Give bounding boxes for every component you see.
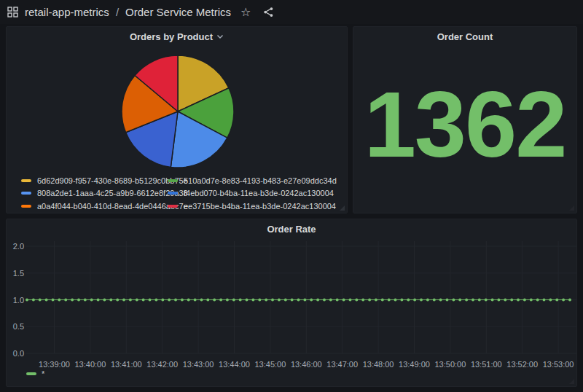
series-point[interactable] [536, 299, 539, 302]
series-point[interactable] [407, 299, 410, 302]
series-point[interactable] [168, 299, 171, 302]
series-point[interactable] [161, 299, 164, 302]
series-point[interactable] [213, 299, 216, 302]
series-point[interactable] [97, 299, 100, 302]
series-point[interactable] [206, 299, 209, 302]
series-point[interactable] [136, 299, 138, 302]
series-point[interactable] [478, 299, 481, 302]
series-point[interactable] [246, 299, 249, 302]
panel-resize-handle[interactable] [569, 205, 574, 211]
series-point[interactable] [303, 299, 306, 302]
series-point[interactable] [465, 299, 468, 302]
series-point[interactable] [381, 299, 384, 302]
pie-legend-item[interactable]: a0a4f044-b040-410d-8ead-4de0446aec7e [21, 200, 168, 213]
series-point[interactable] [200, 299, 203, 302]
series-point[interactable] [323, 299, 326, 302]
series-point[interactable] [485, 299, 488, 302]
series-point[interactable] [271, 299, 274, 302]
share-icon[interactable] [263, 7, 274, 17]
series-point[interactable] [232, 299, 235, 302]
series-point[interactable] [251, 299, 254, 302]
series-point[interactable] [530, 299, 533, 302]
breadcrumb-dashboard-title[interactable]: Order Service Metrics [125, 6, 231, 18]
series-point[interactable] [129, 299, 132, 302]
series-point[interactable] [388, 299, 391, 302]
series-point[interactable] [310, 299, 313, 302]
series-point[interactable] [32, 299, 35, 302]
series-point[interactable] [375, 299, 377, 302]
series-point[interactable] [90, 299, 93, 302]
series-point[interactable] [343, 299, 345, 302]
series-point[interactable] [523, 299, 526, 302]
series-point[interactable] [368, 299, 371, 302]
series-point[interactable] [71, 299, 74, 302]
series-point[interactable] [446, 299, 449, 302]
series-point[interactable] [497, 299, 500, 302]
series-point[interactable] [433, 299, 436, 302]
series-point[interactable] [226, 299, 229, 302]
series-point[interactable] [452, 299, 455, 302]
pie-legend-item[interactable]: 510a0d7e-8e83-4193-b483-e27e09ddc34d [168, 174, 337, 187]
series-point[interactable] [45, 299, 48, 302]
series-point[interactable] [265, 299, 267, 302]
rate-legend-item[interactable]: * [26, 369, 44, 378]
star-icon[interactable]: ☆ [240, 7, 251, 18]
series-point[interactable] [84, 299, 87, 302]
series-point[interactable] [77, 299, 80, 302]
pie-legend-item[interactable]: f4ebd070-b4ba-11ea-b3de-0242ac130004 [168, 187, 337, 200]
pie-legend-item[interactable]: ee3715be-b4ba-11ea-b3de-0242ac130004 [168, 200, 337, 213]
series-point[interactable] [504, 299, 506, 302]
series-point[interactable] [510, 299, 513, 302]
panel-header-order-count[interactable]: Order Count [353, 27, 576, 46]
series-point[interactable] [439, 299, 442, 302]
series-point[interactable] [361, 299, 364, 302]
dashboard-grid-icon[interactable] [7, 7, 18, 17]
series-point[interactable] [316, 299, 319, 302]
series-point[interactable] [420, 299, 423, 302]
series-point[interactable] [239, 299, 242, 302]
series-point[interactable] [39, 299, 42, 302]
series-point[interactable] [122, 299, 125, 302]
panel-header-orders-by-product[interactable]: Orders by Product [7, 27, 347, 46]
series-point[interactable] [329, 299, 332, 302]
breadcrumb-folder[interactable]: retail-app-metrics [25, 6, 109, 18]
pie-legend-item[interactable]: 6d62d909-f957-430e-8689-b5129c0bb75e [21, 174, 168, 187]
series-point[interactable] [181, 299, 184, 302]
series-point[interactable] [109, 299, 112, 302]
series-point[interactable] [562, 299, 565, 302]
series-point[interactable] [517, 299, 520, 302]
pie-legend-item[interactable]: 808a2de1-1aaa-4c25-a9b9-6612e8f29a38 [21, 187, 168, 200]
series-point[interactable] [413, 299, 416, 302]
series-point[interactable] [278, 299, 281, 302]
series-point[interactable] [64, 299, 67, 302]
series-point[interactable] [219, 299, 222, 302]
series-point[interactable] [491, 299, 494, 302]
series-point[interactable] [58, 299, 60, 302]
series-point[interactable] [336, 299, 339, 302]
series-point[interactable] [549, 299, 552, 302]
series-point[interactable] [568, 299, 571, 302]
series-point[interactable] [116, 299, 119, 302]
series-point[interactable] [349, 299, 352, 302]
series-point[interactable] [291, 299, 294, 302]
series-point[interactable] [142, 299, 145, 302]
series-point[interactable] [555, 299, 558, 302]
series-point[interactable] [355, 299, 358, 302]
series-point[interactable] [394, 299, 397, 302]
series-point[interactable] [154, 299, 157, 302]
series-point[interactable] [543, 299, 546, 302]
series-point[interactable] [472, 299, 474, 302]
series-point[interactable] [297, 299, 300, 302]
panel-resize-handle[interactable] [340, 205, 345, 211]
series-point[interactable] [26, 299, 28, 302]
series-point[interactable] [194, 299, 197, 302]
series-point[interactable] [187, 299, 190, 302]
series-point[interactable] [52, 299, 55, 302]
chevron-down-icon[interactable] [216, 34, 224, 39]
series-point[interactable] [149, 299, 152, 302]
series-point[interactable] [174, 299, 177, 302]
series-point[interactable] [426, 299, 429, 302]
series-point[interactable] [284, 299, 287, 302]
panel-resize-handle[interactable] [569, 379, 574, 384]
series-point[interactable] [458, 299, 461, 302]
